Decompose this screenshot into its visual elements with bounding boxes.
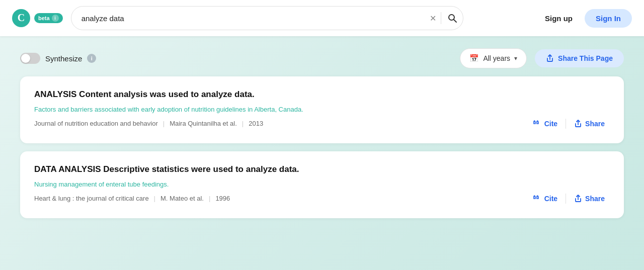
action-divider xyxy=(566,194,566,204)
share-icon xyxy=(574,195,582,203)
results-list: ANALYSIS Content analysis was used to an… xyxy=(0,76,644,218)
calendar-icon: 📅 xyxy=(469,54,479,63)
result-authors: M. Mateo et al. xyxy=(160,195,204,202)
result-meta: Heart & lung : the journal of critical c… xyxy=(34,195,230,202)
svg-line-3 xyxy=(454,20,456,22)
auth-area: Sign up Sign In xyxy=(537,9,632,28)
result-journal: Journal of nutrition education and behav… xyxy=(34,120,158,127)
result-meta-row: Journal of nutrition education and behav… xyxy=(34,116,610,131)
svg-text:C: C xyxy=(18,12,25,23)
signin-button[interactable]: Sign In xyxy=(585,9,632,28)
meta-separator: | xyxy=(209,195,210,202)
synthesize-toggle[interactable] xyxy=(20,53,40,64)
search-button[interactable] xyxy=(447,13,457,23)
result-title: ANALYSIS Content analysis was used to an… xyxy=(34,88,610,101)
all-years-button[interactable]: 📅 All years ▾ xyxy=(460,48,527,68)
meta-separator: | xyxy=(154,195,155,202)
cite-icon xyxy=(532,119,541,128)
share-button[interactable]: Share xyxy=(569,192,610,206)
result-journal: Heart & lung : the journal of critical c… xyxy=(34,195,149,202)
header: C beta i ✕ Sign up Sign In xyxy=(0,0,644,36)
result-subtitle: Nursing management of enteral tube feedi… xyxy=(34,181,610,188)
synthesize-info-icon[interactable]: i xyxy=(87,54,96,63)
meta-separator: | xyxy=(163,120,165,127)
toggle-knob xyxy=(21,54,30,63)
cite-icon xyxy=(532,194,541,203)
result-meta-row: Heart & lung : the journal of critical c… xyxy=(34,191,610,206)
search-input[interactable] xyxy=(71,6,463,30)
share-button[interactable]: Share xyxy=(569,117,610,131)
result-year: 2013 xyxy=(249,120,263,127)
beta-badge: beta i xyxy=(34,13,63,23)
toolbar: Synthesize i 📅 All years ▾ Share This Pa… xyxy=(0,36,644,76)
synthesize-label: Synthesize xyxy=(45,54,82,63)
search-container: ✕ xyxy=(71,6,463,30)
share-icon xyxy=(574,120,582,128)
cite-button[interactable]: Cite xyxy=(527,191,562,206)
synthesize-area: Synthesize i xyxy=(20,53,96,64)
result-actions: Cite Share xyxy=(527,191,610,206)
search-clear-button[interactable]: ✕ xyxy=(427,12,439,24)
result-card: ANALYSIS Content analysis was used to an… xyxy=(20,76,624,143)
share-page-button[interactable]: Share This Page xyxy=(535,49,624,67)
action-divider xyxy=(566,119,566,129)
search-icon xyxy=(447,13,457,23)
result-subtitle: Factors and barriers associated with ear… xyxy=(34,106,610,113)
result-meta: Journal of nutrition education and behav… xyxy=(34,120,263,127)
all-years-label: All years xyxy=(483,54,510,62)
result-card: DATA ANALYSIS Descriptive statistics wer… xyxy=(20,151,624,218)
result-actions: Cite Share xyxy=(527,116,610,131)
beta-info-icon: i xyxy=(52,15,59,22)
result-year: 1996 xyxy=(215,195,230,202)
signup-button[interactable]: Sign up xyxy=(537,10,581,27)
chevron-down-icon: ▾ xyxy=(514,55,517,62)
share-page-label: Share This Page xyxy=(558,54,613,62)
logo-icon: C xyxy=(12,9,30,27)
result-authors: Maira Quintanilha et al. xyxy=(170,120,237,127)
cite-button[interactable]: Cite xyxy=(527,116,562,131)
result-title: DATA ANALYSIS Descriptive statistics wer… xyxy=(34,163,610,175)
share-page-icon xyxy=(546,54,554,62)
meta-separator: | xyxy=(242,120,244,127)
logo-area: C beta i xyxy=(12,9,63,27)
search-divider xyxy=(441,12,441,24)
beta-label: beta xyxy=(38,15,50,21)
